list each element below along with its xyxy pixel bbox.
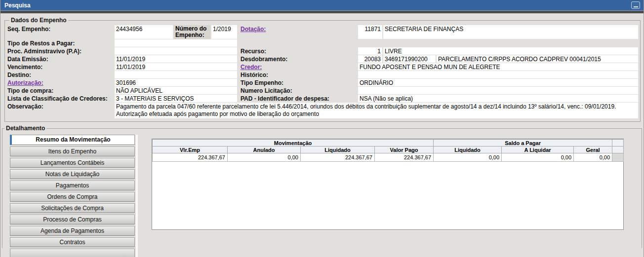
historico-label: Histórico: bbox=[237, 71, 358, 78]
window-title: Pesquisa bbox=[4, 2, 31, 9]
desdobramento-name-field[interactable]: PARCELAMENTO C/RPPS ACORDO CADPREV 00041… bbox=[437, 55, 638, 63]
historico-field[interactable] bbox=[358, 71, 638, 78]
cell-a-liquidar: 0,00 bbox=[502, 153, 574, 162]
titlebar-shadow-divider bbox=[0, 11, 644, 13]
credor-field[interactable]: FUNDO APOSENT E PENSAO MUN DE ALEGRETE bbox=[358, 63, 638, 71]
credor-link[interactable]: Credor: bbox=[241, 64, 262, 71]
col-header-geral: Geral bbox=[574, 147, 612, 153]
numero-empenho-field[interactable]: 1/2019 bbox=[211, 25, 237, 39]
row-lista-classificacao: Lista de Classificação de Credores: 3 - … bbox=[7, 95, 638, 102]
restos-field[interactable] bbox=[115, 39, 237, 47]
recurso-name-field[interactable]: LIVRE bbox=[383, 47, 638, 55]
cell-scroll-stub bbox=[612, 153, 624, 162]
row-data-emissao: Data Emissão: 11/01/2019 Desdobramento: … bbox=[7, 55, 638, 63]
detalhamento-sidebar: Resumo da Movimentação Itens do Empenho … bbox=[10, 135, 135, 257]
table-column-header-row: Vlr.Emp Anulado Liquidado Valor Pago Liq… bbox=[153, 147, 624, 153]
row-seq-empenho: Seq. Empenho: 24434956 Número do Empenho… bbox=[7, 25, 638, 39]
row-destino: Destino: Histórico: bbox=[7, 71, 638, 78]
dotacao-code-field[interactable]: 11871 bbox=[358, 25, 382, 39]
data-emissao-field[interactable]: 11/01/2019 bbox=[115, 55, 237, 63]
pad-label: PAD - Identificador de despesa: bbox=[237, 95, 358, 102]
recurso-label: Recurso: bbox=[237, 47, 358, 55]
tab-pagamentos[interactable]: Pagamentos bbox=[10, 181, 135, 190]
tipo-compra-label: Tipo de compra: bbox=[7, 87, 115, 94]
seq-empenho-label: Seq. Empenho: bbox=[7, 25, 115, 39]
autorizacao-link[interactable]: Autorização: bbox=[7, 79, 43, 86]
cell-liquidado: 224.367,67 bbox=[301, 153, 375, 162]
seq-empenho-field[interactable]: 24434956 bbox=[115, 25, 173, 39]
col-header-liquidado: Liquidado bbox=[301, 147, 375, 153]
table-row: 224.367,67 0,00 224.367,67 224.367,67 0,… bbox=[153, 153, 624, 162]
tab-contratos[interactable]: Contratos bbox=[10, 237, 135, 247]
desdobramento-label: Desdobramento: bbox=[237, 55, 358, 63]
tipo-empenho-label: Tipo Empenho: bbox=[237, 79, 358, 86]
table-group-header-row: Movimentação Saldo a Pagar bbox=[153, 140, 624, 147]
dotacao-link[interactable]: Dotação: bbox=[241, 26, 266, 33]
row-observacao: Observação: Pagamento da parcela 047/60 … bbox=[7, 103, 638, 118]
observacao-line2: Autorização efetuada após pagamento por … bbox=[116, 110, 637, 118]
col-header-saldo-liquidado: Liquidado bbox=[434, 147, 502, 153]
resumo-movimentacao-grid: Movimentação Saldo a Pagar Vlr.Emp Anula… bbox=[152, 139, 624, 230]
lista-classificacao-field[interactable]: 3 - MATERIAIS E SERVIÇOS bbox=[115, 95, 237, 102]
group-header-saldo-a-pagar: Saldo a Pagar bbox=[434, 140, 612, 147]
desdobramento-code2-field[interactable]: 3469171990200 bbox=[383, 55, 436, 63]
observacao-field[interactable]: Pagamento da parcela 047/60 referente pa… bbox=[115, 103, 638, 118]
col-header-vlr-emp: Vlr.Emp bbox=[153, 147, 228, 153]
numero-empenho-label: Número do Empenho: bbox=[174, 25, 210, 39]
col-header-spacer bbox=[612, 147, 624, 153]
row-restos-a-pagar: Tipo de Restos a Pagar: bbox=[7, 39, 638, 47]
lista-classificacao-label: Lista de Classificação de Credores: bbox=[7, 95, 115, 102]
numero-licitacao-label: Numero Licitação: bbox=[237, 87, 358, 94]
detalhamento-fieldset: Detalhamento Resumo da Movimentação Iten… bbox=[2, 125, 642, 248]
destino-label: Destino: bbox=[7, 71, 115, 78]
vencimento-field[interactable]: 11/01/2019 bbox=[115, 63, 237, 71]
row-autorizacao: Autorização: 301696 Tipo Empenho: ORDINÁ… bbox=[7, 79, 638, 86]
proc-label: Proc. Adminstravivo (P.A): bbox=[7, 47, 115, 55]
tab-lancamentos-contabeis[interactable]: Lançamentos Contábeis bbox=[10, 158, 135, 168]
sidebar-divider bbox=[136, 135, 138, 257]
recurso-code-field[interactable]: 1 bbox=[358, 47, 382, 55]
pad-field[interactable]: NSA (Não se aplica) bbox=[358, 95, 638, 102]
detalhamento-legend: Detalhamento bbox=[4, 125, 46, 132]
row-tipo-compra: Tipo de compra: NÃO APLICÁVEL Numero Lic… bbox=[7, 87, 638, 94]
observacao-label: Observação: bbox=[7, 103, 115, 118]
numero-licitacao-field[interactable] bbox=[358, 87, 638, 94]
cell-saldo-liquidado: 0,00 bbox=[434, 153, 502, 162]
row-proc-administrativo: Proc. Adminstravivo (P.A): Recurso: 1 LI… bbox=[7, 47, 638, 55]
col-header-valor-pago: Valor Pago bbox=[375, 147, 434, 153]
dados-do-empenho-legend: Dados do Empenho bbox=[9, 17, 68, 24]
minimize-button[interactable] bbox=[631, 1, 640, 9]
tab-partial-clipped[interactable] bbox=[10, 249, 135, 257]
tab-ordens-de-compra[interactable]: Ordens de Compra bbox=[10, 192, 135, 202]
tab-processo-de-compras[interactable]: Processo de Compras bbox=[10, 215, 135, 224]
tab-resumo-da-movimentacao[interactable]: Resumo da Movimentação bbox=[10, 135, 135, 145]
tipo-compra-field[interactable]: NÃO APLICÁVEL bbox=[115, 87, 237, 94]
cell-geral: 0,00 bbox=[574, 153, 612, 162]
observacao-line1: Pagamento da parcela 047/60 referente pa… bbox=[116, 103, 637, 110]
proc-field[interactable] bbox=[115, 47, 237, 55]
col-header-a-liquidar: A Liquidar bbox=[502, 147, 574, 153]
desdobramento-code-field[interactable]: 20083 bbox=[358, 55, 382, 63]
cell-vlr-emp: 224.367,67 bbox=[153, 153, 228, 162]
group-header-spacer bbox=[612, 140, 624, 147]
col-header-anulado: Anulado bbox=[228, 147, 301, 153]
cell-valor-pago: 224.367,67 bbox=[375, 153, 434, 162]
tipo-empenho-field[interactable]: ORDINÁRIO bbox=[358, 79, 638, 86]
dotacao-name-field[interactable]: SECRETARIA DE FINANÇAS bbox=[383, 25, 638, 39]
dados-do-empenho-fieldset: Dados do Empenho Seq. Empenho: 24434956 … bbox=[4, 17, 641, 122]
title-bar: Pesquisa bbox=[0, 0, 644, 11]
minimize-icon bbox=[634, 6, 638, 7]
restos-label: Tipo de Restos a Pagar: bbox=[7, 39, 115, 47]
tab-solicitacoes-de-compra[interactable]: Solicitações de Compra bbox=[10, 203, 135, 213]
tab-itens-do-empenho[interactable]: Itens do Empenho bbox=[10, 147, 135, 156]
vencimento-label: Vencimento: bbox=[7, 63, 115, 71]
tab-agenda-de-pagamentos[interactable]: Agenda de Pagamentos bbox=[10, 226, 135, 236]
autorizacao-field[interactable]: 301696 bbox=[115, 79, 237, 86]
data-emissao-label: Data Emissão: bbox=[7, 55, 115, 63]
row-vencimento: Vencimento: 11/01/2019 Credor: FUNDO APO… bbox=[7, 63, 638, 71]
pesquisa-window: Pesquisa Dados do Empenho Seq. Empenho: … bbox=[0, 0, 644, 257]
group-header-movimentacao: Movimentação bbox=[153, 140, 434, 147]
tab-notas-de-liquidacao[interactable]: Notas de Liquidação bbox=[10, 169, 135, 179]
movimentacao-table: Movimentação Saldo a Pagar Vlr.Emp Anula… bbox=[152, 139, 624, 162]
destino-field[interactable] bbox=[115, 71, 237, 78]
